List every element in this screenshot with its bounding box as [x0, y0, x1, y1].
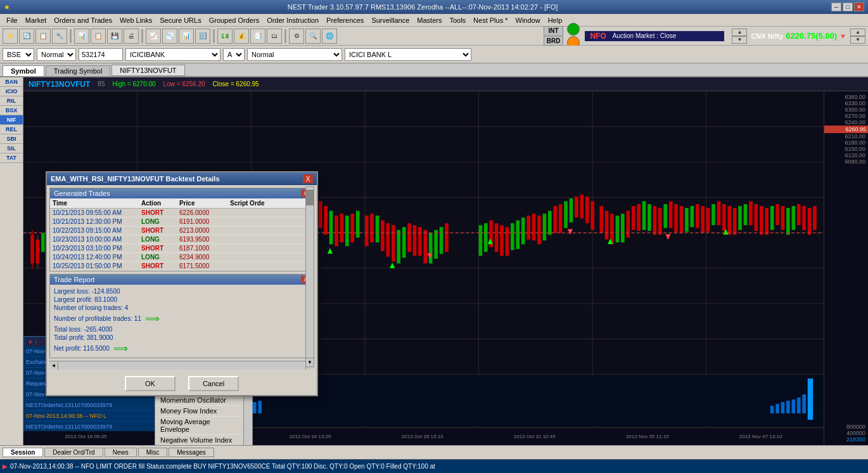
- trade-row-0[interactable]: 10/21/2013 09:55:00 AM SHORT 6226.0000: [50, 209, 314, 217]
- scrollbar-thumb[interactable]: [306, 190, 314, 205]
- menu-surveillance[interactable]: Surveillance: [367, 16, 413, 25]
- dialog-scrollbar[interactable]: ▼: [305, 186, 314, 367]
- backtest-title: EMA_WITH_RSI_NIFTY13NOVFUT Backtest Deta…: [51, 175, 220, 183]
- indicator-negative-volume[interactable]: Negative Volume Index: [155, 435, 243, 445]
- watchlist-ril[interactable]: RIL: [0, 96, 23, 106]
- horizontal-scrollbar[interactable]: ◄ ►: [49, 361, 314, 370]
- tab-session[interactable]: Session: [3, 448, 43, 457]
- watchlist-bsx[interactable]: BSX: [0, 106, 23, 115]
- toolbar-btn-17[interactable]: ⚙: [289, 29, 304, 44]
- indicator-moving-avg-envelope[interactable]: Moving Average Envelope: [155, 417, 243, 435]
- toolbar-btn-4[interactable]: 🔧: [52, 29, 67, 44]
- menu-tools[interactable]: Tools: [445, 16, 469, 25]
- close-button[interactable]: ✕: [854, 3, 864, 11]
- maximize-button[interactable]: □: [843, 3, 853, 11]
- svg-rect-211: [770, 406, 774, 413]
- toolbar-btn-3[interactable]: 📋: [35, 29, 51, 44]
- trade-row-3[interactable]: 10/23/2013 10:00:00 AM LONG 6193.9500: [50, 235, 314, 244]
- menu-nestplus[interactable]: Nest Plus *: [469, 16, 511, 25]
- menu-help[interactable]: Help: [544, 16, 566, 25]
- watchlist-rel[interactable]: REL: [0, 125, 23, 134]
- toolbar-btn-15[interactable]: 📑: [250, 29, 265, 44]
- trade-row-5[interactable]: 10/24/2013 12:40:00 PM LONG 6234.9000: [50, 253, 314, 262]
- menu-masters[interactable]: Masters: [413, 16, 445, 25]
- log-close-x[interactable]: ×: [29, 339, 32, 346]
- backtest-close-btn[interactable]: X: [303, 174, 313, 183]
- tab-messages[interactable]: Messages: [169, 448, 214, 457]
- scroll-left[interactable]: ◄: [49, 361, 58, 370]
- series-select[interactable]: AB: [223, 48, 245, 61]
- svg-rect-76: [340, 214, 344, 242]
- tab-trading-symbol[interactable]: Trading Symbol: [46, 65, 111, 76]
- status-text: 07-Nov-2013,14:00:38 -- NFO LIMIT ORDER …: [10, 463, 435, 470]
- tab-chart[interactable]: NIFTY13NOVFUT: [112, 65, 184, 76]
- toolbar-btn-11[interactable]: 📊: [179, 29, 194, 44]
- symbol-select[interactable]: ICICIBANK: [125, 48, 220, 61]
- trade-row-4[interactable]: 10/23/2013 03:10:00 PM SHORT 6187.1000: [50, 244, 314, 253]
- int-button[interactable]: INT: [544, 26, 564, 36]
- indicator-momentum[interactable]: Momentum Oscillator: [155, 395, 243, 406]
- watchlist-nif[interactable]: NIF: [0, 115, 23, 125]
- menu-window[interactable]: Window: [512, 16, 544, 25]
- menu-orders[interactable]: Orders and Trades: [50, 16, 116, 25]
- cnx-down[interactable]: ▼: [850, 36, 865, 44]
- watchlist-sbi[interactable]: SBI: [0, 134, 23, 144]
- watchlist-tat[interactable]: TAT: [0, 153, 23, 163]
- cnx-up[interactable]: ▲: [850, 29, 865, 36]
- watchlist-sil[interactable]: SIL: [0, 144, 23, 153]
- watchlist-icio[interactable]: ICIO: [0, 87, 23, 96]
- svg-rect-139: [680, 206, 684, 233]
- tab-symbol[interactable]: Symbol: [3, 65, 44, 76]
- indicator-money-flow[interactable]: Money Flow Index: [155, 406, 243, 417]
- menu-market[interactable]: Market: [22, 16, 51, 25]
- svg-rect-124: [599, 206, 603, 233]
- toolbar-btn-5[interactable]: 📊: [74, 29, 89, 44]
- toolbar-btn-14[interactable]: 💰: [234, 29, 249, 44]
- toolbar-btn-10[interactable]: 📉: [162, 29, 177, 44]
- svg-rect-138: [674, 204, 678, 233]
- menu-weblinks[interactable]: Web Links: [116, 16, 156, 25]
- menu-preferences[interactable]: Preferences: [322, 16, 367, 25]
- ok-button[interactable]: OK: [125, 376, 176, 391]
- trade-row-1[interactable]: 10/21/2013 12:30:00 PM LONG 6191.0000: [50, 217, 314, 226]
- exchange-select[interactable]: BSENSENFO: [3, 48, 34, 61]
- tab-news[interactable]: News: [105, 448, 137, 457]
- menu-secure[interactable]: Secure URLs: [156, 16, 205, 25]
- scroll-down-arrow[interactable]: ▼: [306, 358, 314, 366]
- minimize-button[interactable]: ─: [831, 3, 841, 11]
- toolbar-btn-8[interactable]: 🖨: [124, 29, 139, 44]
- svg-rect-151: [744, 204, 748, 225]
- menu-order-instruction[interactable]: Order Instruction: [263, 16, 322, 25]
- svg-rect-214: [786, 401, 790, 413]
- segment2-select[interactable]: Normal: [247, 48, 342, 61]
- scroll-down-btn[interactable]: ▼: [732, 36, 747, 44]
- cancel-button[interactable]: Cancel: [188, 376, 239, 391]
- menu-grouped[interactable]: Grouped Orders: [205, 16, 263, 25]
- toolbar-btn-6[interactable]: 📋: [91, 29, 106, 44]
- watchlist-ban[interactable]: BAN: [0, 77, 23, 87]
- segment1-select[interactable]: NormalMargin: [37, 48, 76, 61]
- toolbar-btn-7[interactable]: 💾: [107, 29, 122, 44]
- trade-row-2[interactable]: 10/22/2013 09:15:00 AM SHORT 6213.0000: [50, 226, 314, 235]
- trade-row-6[interactable]: 10/25/2013 01:50:00 PM SHORT 6171.5000: [50, 262, 314, 271]
- toolbar-btn-19[interactable]: 🌐: [322, 29, 337, 44]
- toolbar-btn-2[interactable]: 🔄: [19, 29, 34, 44]
- brd-button[interactable]: BRD: [544, 36, 564, 46]
- toolbar-btn-9[interactable]: 📈: [146, 29, 161, 44]
- toolbar-separator-2: [141, 29, 143, 43]
- code-input[interactable]: [79, 48, 123, 61]
- menu-file[interactable]: File: [3, 16, 22, 25]
- toolbar-btn-18[interactable]: 🔍: [305, 29, 321, 44]
- toolbar-btn-1[interactable]: ⚡: [3, 29, 18, 44]
- svg-rect-146: [717, 201, 721, 225]
- toolbar-btn-16[interactable]: 🗂: [267, 29, 282, 44]
- name-select[interactable]: ICICI BANK L: [345, 48, 471, 61]
- tab-misc[interactable]: Misc: [138, 448, 168, 457]
- toolbar-btn-13[interactable]: 💵: [217, 29, 233, 44]
- svg-rect-74: [329, 211, 333, 245]
- toolbar-btn-12[interactable]: 🔢: [195, 29, 210, 44]
- tab-dealer[interactable]: Dealer Ord/Trd: [44, 448, 103, 457]
- trades-body[interactable]: 10/21/2013 09:55:00 AM SHORT 6226.0000 1…: [50, 209, 314, 271]
- price-6120: 6120.00: [824, 152, 868, 159]
- scroll-up-btn[interactable]: ▲: [732, 29, 747, 36]
